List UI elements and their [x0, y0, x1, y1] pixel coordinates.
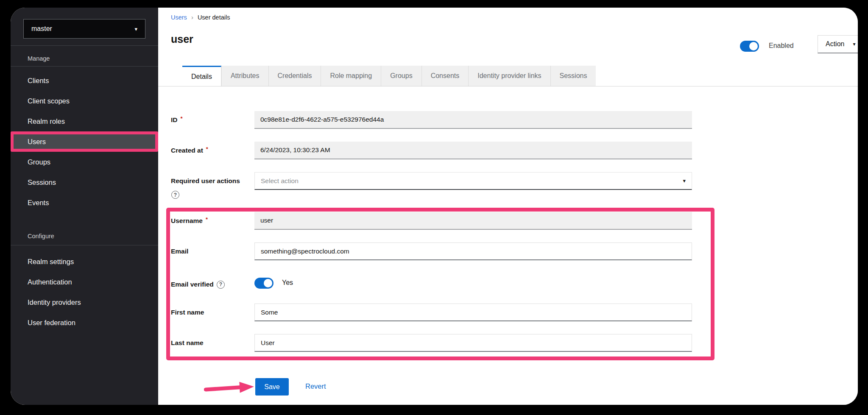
chevron-down-icon: ▾	[853, 41, 855, 47]
chevron-down-icon: ▾	[683, 178, 686, 184]
sidebar-divider	[11, 66, 158, 67]
nav-section-header-manage: Manage	[28, 55, 50, 62]
tab-label: Details	[191, 73, 212, 81]
required-user-actions-select[interactable]: Select action ▾	[254, 172, 692, 190]
revert-link[interactable]: Revert	[305, 382, 326, 390]
field-label-email-verified: Email verified ?	[171, 276, 251, 293]
sidebar-item-label: Clients	[28, 77, 49, 85]
label-text: Created at	[171, 147, 203, 154]
form-row-id: ID * 0c98e81e-d2f6-4622-a575-e532976ed44…	[171, 111, 858, 129]
id-field[interactable]: 0c98e81e-d2f6-4622-a575-e532976ed44a	[254, 111, 692, 129]
action-dropdown-button[interactable]: Action ▾	[818, 35, 858, 53]
email-verified-toggle-label: Yes	[282, 279, 293, 287]
last-name-field[interactable]: User	[254, 334, 692, 352]
sidebar-item-label: Realm roles	[28, 117, 65, 125]
label-text: First name	[171, 309, 204, 316]
field-label-id: ID *	[171, 111, 251, 129]
sidebar-item-label: Groups	[28, 158, 50, 166]
enabled-toggle-label: Enabled	[769, 42, 794, 50]
sidebar-item-client-scopes[interactable]: Client scopes	[11, 91, 158, 111]
field-label-created-at: Created at *	[171, 142, 251, 159]
enabled-toggle[interactable]	[740, 41, 759, 52]
tab-label: Role mapping	[330, 72, 372, 80]
sidebar-item-groups[interactable]: Groups	[11, 152, 158, 172]
realm-selector-value: master	[31, 25, 52, 33]
field-value: 6/24/2023, 10:30:23 AM	[260, 146, 330, 154]
form-row-created-at: Created at * 6/24/2023, 10:30:23 AM	[171, 142, 858, 159]
label-text: Last name	[171, 339, 204, 347]
label-text: ID	[171, 116, 178, 124]
help-icon[interactable]: ?	[171, 191, 179, 199]
form-row-email-verified: Email verified ? Yes	[171, 276, 858, 293]
breadcrumb-users-link[interactable]: Users	[171, 14, 187, 21]
sidebar-item-sessions[interactable]: Sessions	[11, 172, 158, 192]
form-row-email: Email something@spectrocloud.com	[171, 242, 858, 260]
tab-details[interactable]: Details	[182, 66, 221, 86]
select-placeholder: Select action	[261, 177, 299, 185]
sidebar-divider	[11, 245, 158, 245]
sidebar-item-label: Client scopes	[28, 97, 70, 105]
tab-consents[interactable]: Consents	[421, 66, 469, 86]
sidebar-item-label: Realm settings	[28, 258, 74, 266]
sidebar-item-label: User federation	[28, 319, 75, 327]
tab-credentials[interactable]: Credentials	[268, 66, 321, 86]
save-button[interactable]: Save	[255, 378, 289, 396]
breadcrumb-separator-icon: ›	[191, 14, 193, 21]
tab-groups[interactable]: Groups	[381, 66, 421, 86]
form-row-first-name: First name Some	[171, 304, 858, 321]
label-text: Email	[171, 248, 188, 255]
sidebar-divider	[11, 45, 158, 46]
sidebar-item-label: Events	[28, 199, 49, 207]
tab-identity-provider-links[interactable]: Identity provider links	[468, 66, 550, 86]
sidebar-item-identity-providers[interactable]: Identity providers	[11, 292, 158, 312]
sidebar-item-users[interactable]: Users	[11, 131, 158, 152]
nav-list-manage: Clients Client scopes Realm roles Users …	[11, 70, 158, 213]
action-dropdown-label: Action	[826, 40, 844, 48]
required-asterisk: *	[181, 115, 183, 122]
tab-label: Attributes	[231, 72, 260, 80]
chevron-down-icon: ▾	[134, 26, 137, 32]
tab-label: Groups	[390, 72, 412, 80]
field-value: something@spectrocloud.com	[261, 248, 349, 255]
field-label-username: Username *	[171, 212, 251, 230]
email-verified-toggle[interactable]	[254, 278, 274, 289]
field-label-last-name: Last name	[171, 334, 251, 352]
field-label-email: Email	[171, 242, 251, 260]
sidebar-item-label: Authentication	[28, 278, 72, 286]
form-row-required-user-actions: Required user actions ? Select action ▾	[171, 172, 858, 190]
label-text: Username	[171, 217, 203, 225]
sidebar-item-realm-roles[interactable]: Realm roles	[11, 111, 158, 131]
field-value: user	[260, 217, 273, 224]
main-content: Users › User details user Enabled Action…	[158, 8, 858, 405]
sidebar-item-authentication[interactable]: Authentication	[11, 272, 158, 292]
tab-sessions[interactable]: Sessions	[550, 66, 596, 86]
nav-list-configure: Realm settings Authentication Identity p…	[11, 251, 158, 333]
toggle-knob	[749, 42, 758, 50]
tab-label: Sessions	[560, 72, 587, 80]
username-field[interactable]: user	[254, 212, 692, 230]
nav-section-header-configure: Configure	[28, 233, 54, 240]
field-value: 0c98e81e-d2f6-4622-a575-e532976ed44a	[260, 116, 384, 123]
form-row-last-name: Last name User	[171, 334, 858, 352]
field-value: Some	[261, 309, 278, 316]
tab-attributes[interactable]: Attributes	[221, 66, 268, 86]
first-name-field[interactable]: Some	[254, 304, 692, 321]
sidebar-item-clients[interactable]: Clients	[11, 70, 158, 91]
field-label-required-user-actions: Required user actions	[171, 172, 251, 190]
tab-role-mapping[interactable]: Role mapping	[321, 66, 381, 86]
tab-label: Credentials	[278, 72, 312, 80]
page-title: user	[171, 33, 193, 45]
breadcrumb-current: User details	[198, 14, 230, 21]
sidebar-item-events[interactable]: Events	[11, 192, 158, 213]
field-label-first-name: First name	[171, 304, 251, 321]
email-field[interactable]: something@spectrocloud.com	[254, 242, 692, 260]
help-icon[interactable]: ?	[217, 281, 225, 289]
sidebar-item-user-federation[interactable]: User federation	[11, 312, 158, 333]
sidebar-item-label: Identity providers	[28, 298, 81, 306]
tab-bar: Details Attributes Credentials Role mapp…	[182, 66, 596, 86]
sidebar-item-realm-settings[interactable]: Realm settings	[11, 251, 158, 272]
tab-label: Identity provider links	[477, 72, 541, 80]
realm-selector[interactable]: master ▾	[23, 19, 145, 39]
created-at-field[interactable]: 6/24/2023, 10:30:23 AM	[254, 142, 692, 159]
field-value: User	[261, 339, 275, 347]
